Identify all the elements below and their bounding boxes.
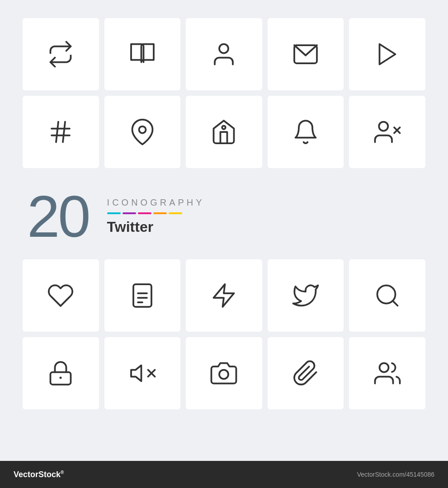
play-icon-card [349, 18, 425, 90]
search-icon-card [349, 259, 425, 332]
repeat-icon-card [23, 18, 99, 90]
middle-section: 20 ICONOGRAPHY Twitter [23, 174, 425, 259]
heart-icon-card [23, 259, 99, 332]
svg-point-8 [222, 126, 226, 129]
home-icon-card [186, 96, 262, 168]
twitter-label: Twitter [107, 219, 205, 235]
group-icon [374, 360, 401, 387]
svg-point-9 [379, 122, 388, 131]
hashtag-icon [47, 118, 74, 145]
paperclip-icon [292, 360, 319, 387]
book-icon-card [104, 18, 181, 90]
user-remove-icon [374, 118, 401, 145]
svg-point-20 [60, 377, 62, 379]
svg-point-24 [219, 370, 228, 379]
heart-icon [47, 282, 74, 309]
home-icon [210, 118, 237, 145]
icon-row-3 [23, 259, 425, 332]
footer-url: VectorStock.com/45145086 [357, 471, 434, 478]
user-icon [210, 41, 237, 68]
icon-row-2 [23, 96, 425, 168]
book-icon [129, 41, 156, 68]
location-icon-card [104, 96, 181, 168]
main-content: 20 ICONOGRAPHY Twitter [0, 0, 448, 461]
mute-icon-card [104, 337, 181, 409]
location-icon [129, 118, 156, 145]
color-bar-orange [153, 212, 167, 214]
svg-rect-12 [133, 284, 151, 307]
color-bars [107, 212, 205, 214]
icon-row-1 [23, 18, 425, 90]
document-icon [129, 282, 156, 309]
bell-icon-card [268, 96, 344, 168]
big-number: 20 [27, 187, 89, 246]
footer-brand: VectorStock® [14, 470, 64, 479]
iconography-label: ICONOGRAPHY [107, 197, 205, 208]
twitter-bird-icon-card [268, 259, 344, 332]
search-icon [374, 282, 401, 309]
paperclip-icon-card [268, 337, 344, 409]
bell-icon [292, 118, 319, 145]
camera-icon-card [186, 337, 262, 409]
mail-icon [292, 41, 319, 68]
repeat-icon [47, 41, 74, 68]
svg-line-18 [392, 301, 397, 306]
svg-line-5 [56, 122, 58, 142]
svg-marker-2 [379, 44, 395, 65]
user-icon-card [186, 18, 262, 90]
group-icon-card [349, 337, 425, 409]
lock-icon [47, 360, 74, 387]
color-bar-pink [138, 212, 151, 214]
svg-marker-16 [214, 284, 234, 307]
svg-point-7 [139, 127, 146, 133]
user-remove-icon-card [349, 96, 425, 168]
color-bar-purple [123, 212, 136, 214]
iconography-text: ICONOGRAPHY Twitter [107, 197, 205, 235]
svg-point-0 [219, 44, 228, 53]
svg-marker-21 [131, 366, 141, 381]
icon-row-4 [23, 337, 425, 409]
svg-point-25 [379, 363, 388, 372]
color-bar-cyan [107, 212, 121, 214]
mute-icon [129, 360, 156, 387]
document-icon-card [104, 259, 181, 332]
mail-icon-card [268, 18, 344, 90]
camera-icon [210, 360, 237, 387]
footer: VectorStock® VectorStock.com/45145086 [0, 461, 448, 488]
lock-icon-card [23, 337, 99, 409]
hashtag-icon-card [23, 96, 99, 168]
svg-line-6 [63, 122, 65, 142]
lightning-icon [210, 282, 237, 309]
lightning-icon-card [186, 259, 262, 332]
play-icon [374, 41, 401, 68]
twitter-bird-icon [292, 282, 319, 309]
color-bar-yellow [169, 212, 182, 214]
